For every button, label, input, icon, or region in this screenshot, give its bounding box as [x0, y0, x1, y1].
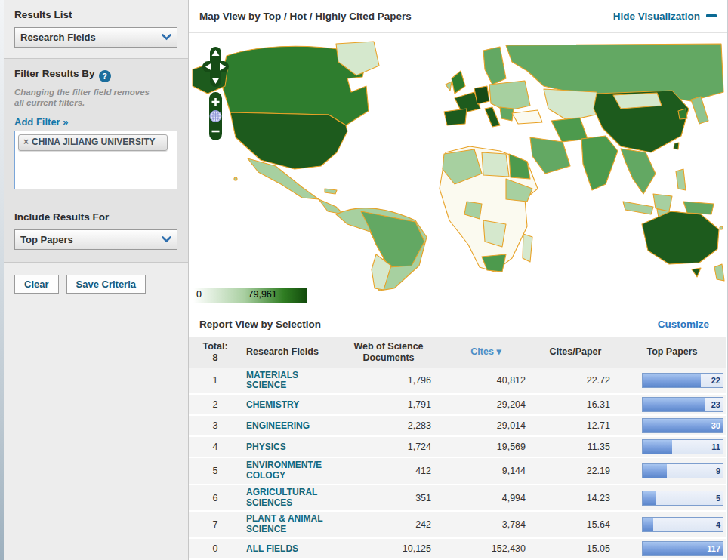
country-kazakhstan: [544, 89, 603, 121]
country-japan: [691, 97, 708, 124]
row-wos-documents: 10,125: [338, 538, 439, 559]
table-row: 1 MATERIALS SCIENCE 1,796 40,812 22.72 2…: [189, 368, 726, 395]
row-cites-per-paper: 22.72: [533, 368, 618, 395]
map-controls[interactable]: [202, 47, 230, 142]
filter-note: Changing the filter field removes all cu…: [14, 87, 158, 109]
column-cites-sort[interactable]: Cites ▾: [439, 337, 533, 368]
island-hawaii: [234, 177, 237, 180]
row-top-papers-cell: 5: [618, 485, 726, 512]
include-results-heading: Include Results For: [14, 211, 177, 223]
world-map[interactable]: 0 79,961: [189, 33, 727, 312]
table-row: 5 ENVIRONMENT/ECOLOGY 412 9,144 22.19 9: [189, 457, 726, 485]
legend-min-value: 0: [196, 289, 202, 300]
save-criteria-button[interactable]: Save Criteria: [66, 275, 147, 294]
filter-section: Filter Results By? Changing the filter f…: [4, 59, 188, 202]
results-list-section: Results List Research Fields: [4, 0, 188, 59]
research-field-link[interactable]: ENGINEERING: [246, 421, 310, 432]
research-field-link[interactable]: PLANT & ANIMAL SCIENCE: [246, 514, 326, 535]
row-cites-per-paper: 22.19: [533, 457, 618, 485]
country-mongolia: [613, 93, 662, 109]
table-row: 2 CHEMISTRY 1,791 29,204 16.31 23: [189, 394, 726, 415]
clear-button[interactable]: Clear: [14, 275, 59, 294]
country-korea: [678, 109, 687, 119]
column-top-papers: Top Papers: [618, 337, 726, 368]
row-rank: 6: [189, 485, 242, 512]
total-count-header: Total: 8: [189, 337, 242, 368]
top-papers-bar: 30: [642, 418, 723, 433]
row-top-papers-cell: 23: [618, 394, 726, 415]
top-papers-value: 22: [711, 376, 720, 385]
row-cites-per-paper: 15.64: [533, 511, 618, 538]
country-brazil: [361, 211, 424, 267]
row-wos-documents: 351: [338, 485, 439, 512]
table-row: 4 PHYSICS 1,724 19,569 11.35 11: [189, 436, 726, 457]
main-panel: Map View by Top / Hot / Highly Cited Pap…: [189, 0, 728, 560]
question-mark-icon[interactable]: ?: [99, 70, 111, 82]
research-field-link[interactable]: ALL FIELDS: [246, 544, 298, 555]
row-rank: 7: [189, 511, 242, 538]
research-field-link[interactable]: ENVIRONMENT/ECOLOGY: [246, 460, 326, 482]
remove-filter-icon[interactable]: ×: [23, 137, 29, 149]
research-field-link[interactable]: MATERIALS SCIENCE: [246, 371, 326, 392]
row-rank: 0: [189, 538, 242, 559]
country-indonesia: [623, 202, 653, 214]
row-rank: 4: [189, 436, 242, 457]
include-results-dropdown[interactable]: Top Papers: [14, 229, 177, 250]
choropleth-map-svg[interactable]: [189, 39, 726, 300]
top-papers-value: 23: [711, 400, 720, 409]
filter-tag-label: CHINA JILIANG UNIVERSITY: [32, 137, 156, 149]
top-papers-bar: 23: [642, 397, 723, 412]
top-papers-bar: 11: [642, 439, 723, 454]
top-papers-value: 117: [707, 544, 720, 553]
country-india: [581, 136, 618, 190]
row-cites-per-paper: 14.23: [533, 485, 618, 512]
top-papers-bar: 22: [642, 373, 723, 388]
table-row: 6 AGRICULTURAL SCIENCES 351 4,994 14.23 …: [189, 485, 726, 512]
sort-descending-icon: ▾: [496, 346, 501, 357]
top-papers-bar-fill: [643, 518, 653, 531]
row-cites: 19,569: [439, 436, 533, 457]
hide-visualization-link[interactable]: Hide Visualization: [613, 11, 717, 22]
research-field-link[interactable]: PHYSICS: [246, 442, 286, 453]
research-field-link[interactable]: CHEMISTRY: [246, 400, 299, 411]
country-new-guinea: [683, 202, 714, 214]
country-italy: [485, 107, 500, 127]
active-filters-box[interactable]: × CHINA JILIANG UNIVERSITY: [14, 131, 177, 189]
row-cites-per-paper: 16.31: [533, 394, 618, 415]
results-list-dropdown[interactable]: Research Fields: [14, 27, 177, 48]
row-wos-documents: 1,724: [338, 436, 439, 457]
country-germany: [474, 86, 489, 104]
add-filter-link[interactable]: Add Filter »: [14, 116, 69, 128]
legend-max-value: 79,961: [248, 289, 277, 300]
filter-heading: Filter Results By: [14, 68, 95, 79]
country-australia: [642, 211, 719, 264]
top-papers-bar: 117: [642, 541, 723, 556]
table-row: 3 ENGINEERING 2,283 29,014 12.71 30: [189, 415, 726, 436]
island-fiji: [720, 226, 723, 229]
top-papers-bar-fill: [643, 440, 672, 454]
row-cites: 29,014: [439, 415, 533, 436]
country-ireland: [446, 82, 452, 91]
map-view-title: Map View by Top / Hot / Highly Cited Pap…: [199, 11, 412, 22]
research-field-link[interactable]: AGRICULTURAL SCIENCES: [246, 488, 326, 509]
chevron-down-icon: [162, 34, 171, 41]
top-papers-value: 30: [711, 421, 720, 430]
actions-section: Clear Save Criteria: [4, 263, 188, 560]
row-rank: 3: [189, 415, 242, 436]
country-egypt: [509, 154, 530, 179]
row-wos-documents: 242: [338, 511, 439, 538]
report-view-header: Report View by Selection Customize: [189, 312, 727, 337]
row-wos-documents: 1,796: [338, 368, 439, 395]
row-wos-documents: 2,283: [338, 415, 439, 436]
row-cites: 4,994: [439, 485, 533, 512]
include-results-section: Include Results For Top Papers: [4, 202, 188, 263]
row-rank: 5: [189, 457, 242, 485]
country-turkey: [512, 110, 542, 124]
filter-tag[interactable]: × CHINA JILIANG UNIVERSITY: [18, 134, 168, 152]
table-header-row: Total: 8 Research Fields Web of Science …: [189, 337, 726, 368]
customize-link[interactable]: Customize: [658, 318, 709, 330]
table-row: 0 ALL FIELDS 10,125 152,430 15.05 117: [189, 538, 726, 559]
pan-control: [202, 47, 229, 87]
results-list-heading: Results List: [14, 9, 177, 20]
row-top-papers-cell: 4: [618, 511, 726, 538]
